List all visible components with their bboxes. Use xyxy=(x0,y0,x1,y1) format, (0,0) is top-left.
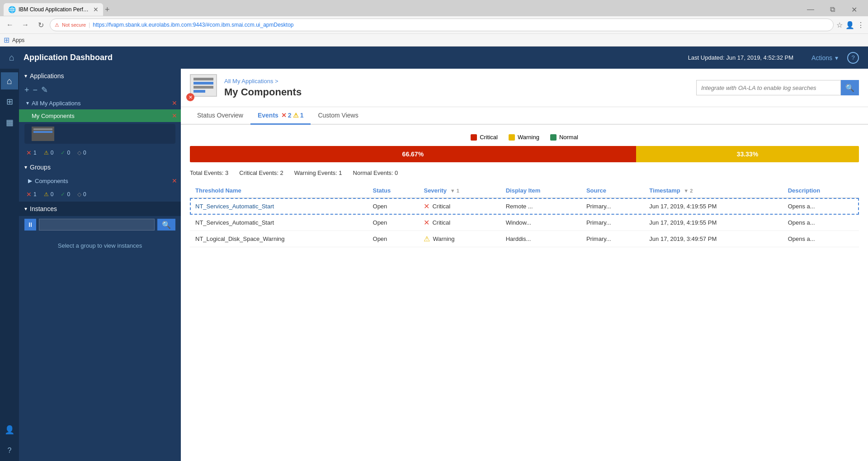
main-content: ✕ All My Applications > My Components 🔍 … xyxy=(181,69,868,461)
help-label: ? xyxy=(851,54,854,61)
ok-icon: ✓ xyxy=(61,150,65,156)
log-search-button[interactable]: 🔍 xyxy=(841,80,859,95)
table-row[interactable]: NT_Services_Automatic_Start Open ✕ Criti… xyxy=(190,215,859,231)
browser-tab[interactable]: 🌐 IBM Cloud Application Performa... ✕ xyxy=(4,3,103,16)
profile-icon[interactable]: 👤 xyxy=(845,21,854,29)
all-apps-close-icon[interactable]: ✕ xyxy=(172,99,177,107)
col-severity[interactable]: Severity ▼ 1 xyxy=(418,183,500,198)
legend-normal-dot xyxy=(550,134,557,141)
actions-label: Actions xyxy=(811,54,832,61)
sidebar: ▾ Applications + − ✎ ▾ All My Applicatio… xyxy=(19,69,181,461)
add-app-button[interactable]: + xyxy=(24,85,29,95)
log-search-box: 🔍 xyxy=(696,80,859,95)
nav-icon-user[interactable]: 👤 xyxy=(1,423,18,441)
refresh-button[interactable]: ↻ xyxy=(34,19,47,31)
edit-app-button[interactable]: ✎ xyxy=(41,85,48,95)
log-search-input[interactable] xyxy=(696,80,841,95)
progress-critical-segment: 66.67% xyxy=(190,146,636,162)
my-components-close-icon[interactable]: ✕ xyxy=(172,112,177,119)
groups-section-header[interactable]: ▾ Groups xyxy=(19,160,181,174)
groups-collapse-icon: ▾ xyxy=(24,164,27,170)
applications-section-header[interactable]: ▾ Applications xyxy=(19,69,181,83)
instances-search-button[interactable]: 🔍 xyxy=(157,219,175,230)
warning-icon: ⚠ xyxy=(44,150,49,156)
home-icon[interactable]: ⌂ xyxy=(9,52,14,63)
events-stats-bar: Total Events: 3 Critical Events: 2 Warni… xyxy=(190,169,859,176)
col-description[interactable]: Description xyxy=(783,183,859,198)
breadcrumb[interactable]: All My Applications > xyxy=(224,78,689,85)
cell-status: Open xyxy=(368,215,419,231)
status-ok-count: ✓ 0 xyxy=(61,150,70,156)
status-unknown-count: ◇ 0 xyxy=(77,150,86,156)
main-header: ✕ All My Applications > My Components 🔍 xyxy=(181,69,868,107)
pause-button[interactable]: ⏸ xyxy=(24,219,36,230)
col-source[interactable]: Source xyxy=(581,183,644,198)
app-icon xyxy=(190,74,217,97)
help-button[interactable]: ? xyxy=(847,52,859,64)
col-display-item[interactable]: Display Item xyxy=(500,183,581,198)
severity-sort-icon: ▼ 1 xyxy=(450,188,459,193)
all-my-applications-label: All My Applications xyxy=(32,100,169,107)
restore-button[interactable]: ⧉ xyxy=(822,3,843,16)
my-components-item[interactable]: My Components ✕ xyxy=(19,109,181,122)
nav-icon-home[interactable]: ⌂ xyxy=(1,72,18,89)
groups-unknown-icon: ◇ xyxy=(77,191,81,198)
status-critical-count: ✕ 1 xyxy=(26,149,37,156)
actions-dropdown[interactable]: Actions ▾ xyxy=(811,54,838,61)
col-timestamp[interactable]: Timestamp ▼ 2 xyxy=(644,183,782,198)
minimize-button[interactable]: — xyxy=(800,3,821,16)
nav-icon-grid[interactable]: ▦ xyxy=(1,114,18,131)
legend-warning: Warning xyxy=(509,134,539,141)
events-progress-bar: 66.67% 33.33% xyxy=(190,146,859,162)
normal-events-label: Normal Events: 0 xyxy=(353,169,398,176)
close-button[interactable]: ✕ xyxy=(844,3,864,16)
applications-status-bar: ✕ 1 ⚠ 0 ✓ 0 ◇ 0 xyxy=(19,146,181,160)
groups-critical-count: ✕ 1 xyxy=(26,191,37,198)
bookmark-icon[interactable]: ☆ xyxy=(836,21,843,29)
new-tab-button[interactable]: + xyxy=(105,5,110,14)
nav-icon-monitor[interactable]: ⊞ xyxy=(1,93,18,110)
components-group-item[interactable]: ▶ Components ✕ xyxy=(19,174,181,187)
col-status[interactable]: Status xyxy=(368,183,419,198)
cell-display-item: Harddis... xyxy=(500,231,581,247)
warning-severity-icon: ⚠ xyxy=(424,235,430,243)
cell-severity: ⚠ Warning xyxy=(418,231,500,247)
instances-search-input[interactable] xyxy=(39,219,155,230)
components-group-close-icon[interactable]: ✕ xyxy=(172,177,177,184)
tab-custom-views[interactable]: Custom Views xyxy=(311,107,365,125)
tab-events-critical-count: 2 xyxy=(288,112,292,119)
timestamp-sort-icon: ▼ 2 xyxy=(684,188,693,193)
total-events-label: Total Events: 3 xyxy=(190,169,228,176)
col-threshold-name[interactable]: Threshold Name xyxy=(190,183,368,198)
not-secure-label: Not secure xyxy=(62,22,86,28)
table-row[interactable]: NT_Services_Automatic_Start Open ✕ Criti… xyxy=(190,198,859,215)
remove-app-button[interactable]: − xyxy=(33,85,38,95)
tab-status-overview[interactable]: Status Overview xyxy=(190,107,250,125)
back-button[interactable]: ← xyxy=(4,19,16,31)
icon-stripe-3 xyxy=(193,86,213,89)
icon-stripe-4 xyxy=(193,90,205,93)
address-bar[interactable]: ⚠ Not secure | https://fvapm.sbank.uk.eu… xyxy=(50,19,834,31)
tab-events[interactable]: Events ✕ 2 ⚠ 1 xyxy=(250,107,311,125)
all-my-applications-item[interactable]: ▾ All My Applications ✕ xyxy=(19,97,181,109)
last-updated-label: Last Updated: Jun 17, 2019, 4:52:32 PM xyxy=(688,54,793,61)
table-row[interactable]: NT_Logical_Disk_Space_Warning Open ⚠ War… xyxy=(190,231,859,247)
severity-label: Critical xyxy=(432,219,450,226)
address-separator: | xyxy=(89,22,90,28)
components-group-toggle: ▶ xyxy=(28,178,32,184)
nav-icon-help[interactable]: ? xyxy=(1,444,18,461)
cell-description: Opens a... xyxy=(783,231,859,247)
browser-menu-icon[interactable]: ⋮ xyxy=(857,21,864,29)
tab-close-icon[interactable]: ✕ xyxy=(93,6,99,13)
my-components-preview xyxy=(24,124,175,144)
groups-section-label: Groups xyxy=(30,164,51,171)
all-apps-toggle-icon: ▾ xyxy=(26,100,29,106)
legend-critical-dot xyxy=(471,134,477,141)
cell-description: Opens a... xyxy=(783,198,859,215)
tab-events-warning-icon: ⚠ xyxy=(293,112,299,119)
instances-collapse-icon: ▾ xyxy=(24,206,27,212)
instances-section-header[interactable]: ▾ Instances xyxy=(19,202,181,216)
tab-events-label: Events xyxy=(258,112,278,119)
app-icon-badge: ✕ xyxy=(186,93,194,101)
forward-button[interactable]: → xyxy=(19,19,32,31)
